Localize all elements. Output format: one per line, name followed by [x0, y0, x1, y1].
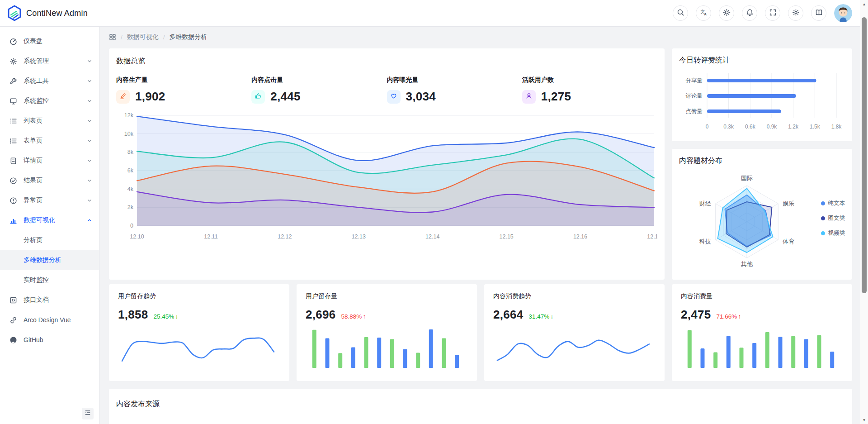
avatar-image [834, 4, 852, 22]
pencil-icon [119, 92, 127, 101]
scrollbar-down-arrow[interactable]: ▼ [860, 417, 868, 423]
form-icon [9, 137, 18, 145]
chevron-down-icon [86, 78, 93, 84]
scrollbar-thumb[interactable] [862, 17, 867, 293]
sidebar: 仪表盘系统管理系统工具系统监控列表页表单页详情页结果页异常页数据可视化分析页多维… [0, 27, 99, 424]
engagement-title: 今日转评赞统计 [679, 56, 845, 65]
engagement-card: 今日转评赞统计 00.3k0.6k0.9k1.2k1.5k1.8k分享量评论量点… [672, 48, 852, 141]
sidebar-item-multi-dimension-analysis[interactable]: 多维数据分析 [0, 250, 99, 270]
svg-text:12.14: 12.14 [425, 233, 439, 240]
sidebar-item-label: 接口文档 [24, 296, 93, 304]
legend-item[interactable]: 纯文本 [821, 200, 845, 207]
check-circle-icon [9, 176, 18, 185]
settings-button[interactable] [788, 5, 803, 21]
sidebar-item-label: 系统监控 [24, 97, 86, 105]
bell-icon [746, 9, 754, 18]
svg-text:12.12: 12.12 [278, 233, 292, 240]
legend-item[interactable]: 视频类 [821, 229, 845, 237]
overview-stat: 内容曝光量3,034 [387, 76, 522, 104]
sidebar-item-label: GitHub [24, 336, 93, 343]
mini-card-title: 内容消费趋势 [493, 292, 657, 300]
svg-text:0.3k: 0.3k [723, 124, 734, 130]
docs-button[interactable] [811, 5, 826, 21]
sidebar-item-dashboard[interactable]: 仪表盘 [0, 31, 99, 51]
sidebar-item-system-management[interactable]: 系统管理 [0, 51, 99, 71]
stat-icon-box [116, 90, 130, 104]
stat-value: 1,275 [541, 90, 571, 104]
sidebar-item-list-pages[interactable]: 列表页 [0, 111, 99, 131]
stat-value: 1,902 [135, 90, 165, 104]
sidebar-item-api-docs[interactable]: 接口文档 [0, 290, 99, 310]
retention-volume-card: 用户留存量2,69658.88%↑ [297, 284, 477, 381]
sidebar-item-result-pages[interactable]: 结果页 [0, 171, 99, 191]
sidebar-item-form-pages[interactable]: 表单页 [0, 131, 99, 151]
stat-label: 活跃用户数 [522, 76, 657, 84]
sidebar-item-arco-design-vue[interactable]: Arco Design Vue [0, 310, 99, 330]
github-icon [9, 336, 18, 344]
sidebar-item-data-visualization[interactable]: 数据可视化 [0, 210, 99, 230]
sidebar-item-exception-pages[interactable]: 异常页 [0, 191, 99, 210]
sidebar-item-label: 详情页 [24, 157, 86, 165]
consumption-volume-chart [683, 326, 845, 370]
legend-item[interactable]: 图文类 [821, 214, 845, 222]
app-logo[interactable]: ContiNew Admin [0, 5, 88, 21]
sidebar-item-label: 仪表盘 [24, 37, 93, 45]
fullscreen-button[interactable] [765, 5, 780, 21]
apps-icon[interactable] [109, 33, 116, 41]
svg-text:娱乐: 娱乐 [783, 200, 794, 207]
overview-stat: 活跃用户数1,275 [522, 76, 657, 104]
svg-text:评论量: 评论量 [686, 93, 703, 99]
breadcrumb-section[interactable]: 数据可视化 [127, 33, 159, 41]
search-button[interactable] [673, 5, 688, 21]
svg-text:A: A [704, 12, 707, 16]
stat-label: 内容点击量 [251, 76, 387, 84]
engagement-bar-chart: 00.3k0.6k0.9k1.2k1.5k1.8k分享量评论量点赞量 [679, 67, 845, 136]
chevron-down-icon [86, 138, 93, 144]
mini-card-delta: 25.45%↓ [154, 313, 179, 320]
retention-trend-card: 用户留存趋势1,85825.45%↓ [109, 284, 289, 381]
warning-circle-icon [9, 196, 18, 205]
sidebar-item-label: 异常页 [24, 196, 86, 205]
code-square-icon [9, 296, 18, 304]
sidebar-item-system-monitor[interactable]: 系统监控 [0, 91, 99, 111]
sidebar-item-label: 分析页 [24, 236, 93, 244]
book-icon [815, 9, 823, 18]
retention-volume-chart [308, 326, 470, 370]
avatar-button[interactable] [834, 4, 852, 22]
svg-text:12.16: 12.16 [573, 233, 587, 240]
theme-button[interactable] [719, 5, 734, 21]
mini-card-value: 2,696 [306, 308, 336, 322]
sidebar-item-label: 系统管理 [24, 57, 86, 65]
logo-icon [7, 5, 22, 21]
link-icon [9, 316, 18, 324]
sun-icon [723, 9, 731, 18]
sidebar-collapse-button[interactable] [82, 408, 94, 419]
stat-icon-box [522, 90, 536, 104]
svg-text:2k: 2k [127, 204, 134, 210]
overview-trend-chart: 02k4k6k8k10k12k12.1012.1112.1212.1312.14… [116, 109, 657, 252]
sidebar-item-system-tools[interactable]: 系统工具 [0, 71, 99, 91]
svg-text:4k: 4k [127, 186, 134, 192]
breadcrumb-separator: / [163, 34, 165, 41]
translate-icon: 文A [700, 9, 708, 18]
notifications-button[interactable] [742, 5, 757, 21]
dashboard-icon [9, 37, 18, 45]
consumption-trend-card: 内容消费趋势2,66431.47%↓ [484, 284, 665, 381]
scrollbar-up-arrow[interactable]: ▲ [860, 1, 868, 7]
document-icon [9, 157, 18, 165]
sidebar-item-github[interactable]: GitHub [0, 330, 99, 350]
svg-text:12.13: 12.13 [352, 233, 366, 240]
svg-text:12.15: 12.15 [500, 233, 514, 240]
mini-cards-row: 用户留存趋势1,85825.45%↓用户留存量2,69658.88%↑内容消费趋… [109, 284, 852, 381]
svg-text:点赞量: 点赞量 [686, 108, 703, 114]
svg-text:0: 0 [130, 223, 133, 229]
sidebar-item-realtime-monitor[interactable]: 实时监控 [0, 270, 99, 290]
sources-title: 内容发布来源 [116, 400, 845, 409]
stat-label: 内容曝光量 [387, 76, 522, 84]
sidebar-item-detail-pages[interactable]: 详情页 [0, 151, 99, 171]
svg-text:国际: 国际 [741, 175, 753, 181]
main-content: / 数据可视化 / 多维数据分析 数据总览 内容生产量1,902内容点击量2,4… [99, 27, 860, 424]
svg-text:分享量: 分享量 [686, 77, 703, 84]
sidebar-item-analysis-page[interactable]: 分析页 [0, 230, 99, 250]
translate-button[interactable]: 文A [696, 5, 711, 21]
